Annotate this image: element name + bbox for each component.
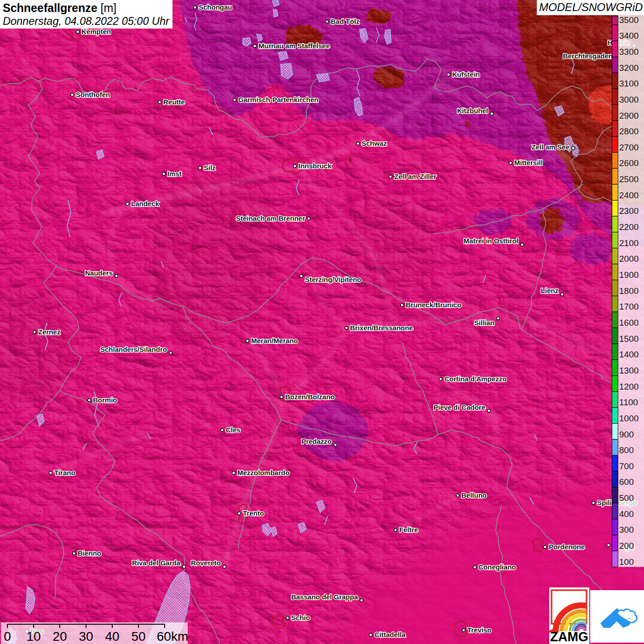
svg-text:2700: 2700 xyxy=(619,143,638,152)
svg-text:Bassano del Grappa: Bassano del Grappa xyxy=(291,593,358,601)
svg-text:Nauders: Nauders xyxy=(85,269,113,277)
svg-text:1200: 1200 xyxy=(619,382,638,391)
svg-text:2300: 2300 xyxy=(619,206,638,216)
svg-text:Bormio: Bormio xyxy=(93,396,117,404)
svg-text:1600: 1600 xyxy=(619,318,638,328)
svg-text:200: 200 xyxy=(619,541,634,551)
svg-text:Sterzing/Vipiteno: Sterzing/Vipiteno xyxy=(305,276,361,283)
svg-text:Kitzbühel: Kitzbühel xyxy=(457,107,489,115)
svg-text:2500: 2500 xyxy=(619,174,638,184)
svg-text:500: 500 xyxy=(619,493,634,503)
svg-text:1100: 1100 xyxy=(619,397,638,407)
svg-text:800: 800 xyxy=(619,445,634,455)
svg-text:Bad Tölz: Bad Tölz xyxy=(331,17,360,25)
svg-text:Schongau: Schongau xyxy=(199,3,232,11)
svg-text:Zernez: Zernez xyxy=(38,328,60,336)
svg-text:Cles: Cles xyxy=(226,426,241,434)
svg-text:10: 10 xyxy=(26,629,40,644)
svg-text:Cittadella: Cittadella xyxy=(374,631,406,638)
svg-text:1000: 1000 xyxy=(619,414,638,423)
svg-text:Murnau am Staffelsee: Murnau am Staffelsee xyxy=(259,42,330,50)
svg-text:Brixen/Bressanone: Brixen/Bressanone xyxy=(350,324,413,332)
svg-text:Rovereto: Rovereto xyxy=(191,559,221,567)
svg-text:Kempten: Kempten xyxy=(81,28,111,35)
svg-text:Steinach am Brenner: Steinach am Brenner xyxy=(236,214,305,222)
svg-text:Reutte: Reutte xyxy=(163,98,185,106)
svg-text:300: 300 xyxy=(619,525,634,535)
svg-text:Treviso: Treviso xyxy=(467,626,492,634)
svg-text:Bozen/Bolzano: Bozen/Bolzano xyxy=(285,393,335,401)
svg-text:2000: 2000 xyxy=(619,254,638,264)
svg-text:2900: 2900 xyxy=(619,111,638,121)
svg-text:Bruneck/Brunico: Bruneck/Brunico xyxy=(406,301,461,309)
svg-text:Trento: Trento xyxy=(243,509,264,517)
svg-text:Kufstein: Kufstein xyxy=(452,70,480,78)
svg-text:2200: 2200 xyxy=(619,222,638,232)
svg-text:100: 100 xyxy=(619,557,634,567)
svg-text:400: 400 xyxy=(619,509,634,519)
svg-text:Schio: Schio xyxy=(291,614,310,621)
svg-text:Riva del Garda: Riva del Garda xyxy=(132,559,181,567)
svg-text:Conegliano: Conegliano xyxy=(478,563,516,571)
svg-text:Berchtesgaden: Berchtesgaden xyxy=(563,52,613,60)
svg-text:1900: 1900 xyxy=(619,270,638,280)
svg-text:Pieve di Cadore: Pieve di Cadore xyxy=(433,403,485,411)
svg-text:Schlanders/Silandro: Schlanders/Silandro xyxy=(100,345,167,353)
svg-text:Lienz: Lienz xyxy=(541,287,558,294)
svg-text:Pordenone: Pordenone xyxy=(549,543,585,551)
svg-text:2400: 2400 xyxy=(619,190,638,200)
svg-text:50: 50 xyxy=(131,629,145,644)
svg-text:900: 900 xyxy=(619,430,634,439)
svg-text:Matrei in Osttirol: Matrei in Osttirol xyxy=(464,237,518,245)
svg-text:Landeck: Landeck xyxy=(131,200,160,207)
svg-text:2600: 2600 xyxy=(619,158,638,168)
svg-text:700: 700 xyxy=(619,461,634,471)
svg-text:Meran/Merano: Meran/Merano xyxy=(251,337,298,345)
svg-text:Garmisch-Partenkirchen: Garmisch-Partenkirchen xyxy=(238,96,318,104)
svg-text:2100: 2100 xyxy=(619,238,638,248)
svg-text:20: 20 xyxy=(52,629,67,644)
svg-text:2800: 2800 xyxy=(619,126,638,136)
svg-text:3100: 3100 xyxy=(619,79,638,88)
svg-text:Sillian: Sillian xyxy=(474,319,494,327)
svg-text:60km: 60km xyxy=(157,629,188,644)
svg-text:3300: 3300 xyxy=(619,47,638,57)
svg-text:1400: 1400 xyxy=(619,350,638,359)
svg-text:Imst: Imst xyxy=(167,170,182,178)
svg-text:40: 40 xyxy=(105,629,119,644)
svg-text:Mezzolombardo: Mezzolombardo xyxy=(237,469,289,477)
svg-text:Mittersill: Mittersill xyxy=(514,159,543,167)
svg-text:Feltre: Feltre xyxy=(399,526,418,534)
svg-text:Zell am Ziller: Zell am Ziller xyxy=(394,172,437,180)
svg-text:Bienno: Bienno xyxy=(78,549,101,557)
svg-text:Predazzo: Predazzo xyxy=(301,437,332,445)
svg-text:Zell am See: Zell am See xyxy=(531,143,569,151)
svg-text:30: 30 xyxy=(79,629,93,644)
svg-text:0: 0 xyxy=(4,629,11,644)
svg-text:1700: 1700 xyxy=(619,302,638,311)
svg-text:Schwaz: Schwaz xyxy=(362,139,387,147)
svg-text:1300: 1300 xyxy=(619,366,638,375)
svg-text:Innsbruck: Innsbruck xyxy=(299,162,332,170)
svg-text:ZAMG: ZAMG xyxy=(550,629,588,644)
svg-text:1800: 1800 xyxy=(619,286,638,296)
svg-text:Sonthofen: Sonthofen xyxy=(76,91,110,98)
svg-text:Cortina d'Ampezzo: Cortina d'Ampezzo xyxy=(444,375,506,383)
svg-text:Silz: Silz xyxy=(204,164,216,172)
svg-text:1500: 1500 xyxy=(619,334,638,344)
svg-text:Tirano: Tirano xyxy=(54,469,75,477)
svg-text:Belluno: Belluno xyxy=(461,491,487,499)
svg-text:600: 600 xyxy=(619,477,634,487)
svg-text:3000: 3000 xyxy=(619,95,638,104)
svg-text:3400: 3400 xyxy=(619,31,638,40)
svg-text:3500: 3500 xyxy=(619,15,638,25)
svg-text:3200: 3200 xyxy=(619,63,638,73)
